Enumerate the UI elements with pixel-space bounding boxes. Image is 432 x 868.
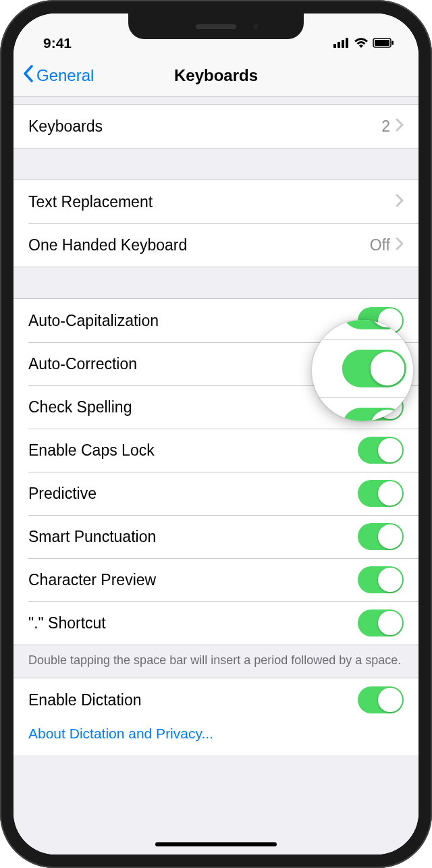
chevron-left-icon [23,65,34,86]
row-text-replacement[interactable]: Text Replacement [14,180,418,223]
battery-icon [373,35,394,51]
toggle-smart-punctuation[interactable] [358,523,404,550]
svg-rect-6 [392,41,394,45]
row-period-shortcut: "." Shortcut [14,601,418,645]
magnifier-callout [312,320,413,421]
row-label: Text Replacement [28,193,396,211]
screen: 9:41 General Keyboards [14,13,418,855]
back-button[interactable]: General [23,65,94,86]
svg-rect-1 [338,42,340,48]
row-label: Enable Dictation [28,691,358,709]
row-label: Enable Caps Lock [28,441,358,460]
wifi-icon [354,35,369,51]
status-time: 9:41 [43,35,72,51]
group-text: Text Replacement One Handed Keyboard Off [14,180,418,267]
magnified-toggle-auto-correction [342,350,406,387]
row-smart-punctuation: Smart Punctuation [14,515,418,558]
svg-rect-0 [333,44,336,48]
row-enable-dictation: Enable Dictation [14,678,418,722]
row-keyboards[interactable]: Keyboards 2 [14,105,418,148]
status-indicators [333,35,394,51]
home-indicator[interactable] [155,842,277,846]
iphone-frame: 9:41 General Keyboards [0,0,432,868]
row-label: Keyboards [28,117,381,136]
svg-rect-3 [346,38,348,48]
row-label: Auto-Capitalization [28,312,358,330]
group-keyboards: Keyboards 2 [14,104,418,148]
svg-rect-2 [342,40,344,48]
row-label: Character Preview [28,571,358,589]
chevron-right-icon [396,117,404,136]
link-dictation-privacy[interactable]: About Dictation and Privacy... [14,722,418,755]
toggle-period-shortcut[interactable] [358,609,404,636]
front-camera [252,22,260,30]
chevron-right-icon [396,236,404,254]
chevron-right-icon [396,193,404,211]
cellular-icon [333,35,350,51]
row-caps-lock: Enable Caps Lock [14,429,418,472]
row-label: One Handed Keyboard [28,236,370,254]
notch [128,13,304,39]
toggle-character-preview[interactable] [358,566,404,593]
toggle-predictive[interactable] [358,480,404,507]
row-one-handed[interactable]: One Handed Keyboard Off [14,223,418,267]
toggle-dictation[interactable] [358,686,404,713]
row-character-preview: Character Preview [14,558,418,601]
row-label: Predictive [28,485,358,503]
row-label: Smart Punctuation [28,528,358,546]
group-dictation: Enable Dictation About Dictation and Pri… [14,678,418,755]
back-label: General [36,66,94,85]
footer-period-shortcut: Double tapping the space bar will insert… [14,645,418,678]
content: Keyboards 2 Text Replacement One Handed … [14,97,418,855]
nav-bar: General Keyboards [14,54,418,97]
toggle-caps-lock[interactable] [358,437,404,464]
row-value: 2 [381,117,390,136]
row-label: Check Spelling [28,398,358,416]
row-label: "." Shortcut [28,614,358,632]
row-label: Auto-Correction [28,355,358,373]
speaker-grille [196,24,236,29]
svg-rect-5 [375,40,389,46]
row-predictive: Predictive [14,472,418,515]
row-value: Off [370,236,390,254]
